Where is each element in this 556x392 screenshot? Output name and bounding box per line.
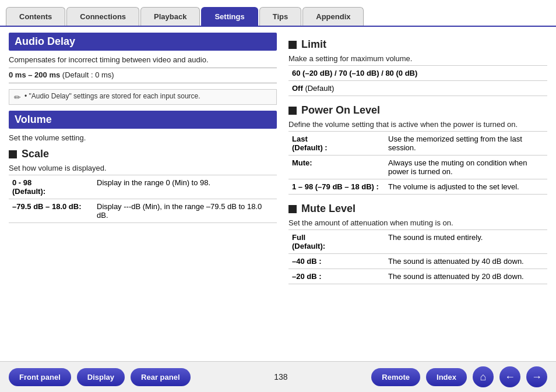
limit-values: 60 (–20 dB) / 70 (–10 dB) / 80 (0 dB) <box>288 66 547 81</box>
volume-header: Volume <box>9 111 277 129</box>
table-row: –40 dB : The sound is attenuated by 40 d… <box>288 254 547 269</box>
pol-row1-label: Last (Default) : <box>288 132 385 156</box>
power-on-table: Last (Default) : Use the memorized setti… <box>288 131 547 195</box>
table-row: Off (Default) <box>288 81 547 96</box>
display-button[interactable]: Display <box>77 368 125 386</box>
mute-level-desc: Set the amount of attenuation when mutin… <box>288 218 547 227</box>
black-square-icon <box>288 41 297 49</box>
index-button[interactable]: Index <box>426 368 467 386</box>
power-on-level-desc: Define the volume setting that is active… <box>288 120 547 129</box>
top-nav: Contents Connections Playback Settings T… <box>0 0 556 27</box>
audio-delay-header: Audio Delay <box>9 33 277 51</box>
scale-title: Scale <box>9 148 277 160</box>
audio-delay-note-text: • "Audio Delay" settings are stored for … <box>24 92 200 100</box>
back-button[interactable]: ← <box>499 366 520 387</box>
back-icon: ← <box>505 371 515 383</box>
mute-level-table: Full (Default): The sound is muted entir… <box>288 229 547 284</box>
table-row: 1 – 98 (–79 dB – 18 dB) : The volume is … <box>288 179 547 195</box>
scale-table: 0 - 98 (Default): Display in the range 0… <box>9 175 277 223</box>
limit-table: 60 (–20 dB) / 70 (–10 dB) / 80 (0 dB) Of… <box>288 65 547 96</box>
limit-off: Off (Default) <box>288 81 547 96</box>
tab-appendix[interactable]: Appendix <box>302 7 364 26</box>
scale-row2-value: Display ---dB (Min), in the range –79.5 … <box>93 199 277 223</box>
table-row: Full (Default): The sound is muted entir… <box>288 230 547 254</box>
remote-button[interactable]: Remote <box>371 368 420 386</box>
footer: Front panel Display Rear panel 138 Remot… <box>0 361 556 392</box>
scale-row1-value: Display in the range 0 (Min) to 98. <box>93 175 277 199</box>
black-square-icon <box>288 107 297 115</box>
table-row: 0 - 98 (Default): Display in the range 0… <box>9 175 277 199</box>
scale-row1-label: 0 - 98 (Default): <box>9 175 93 199</box>
ml-row1-value: The sound is muted entirely. <box>385 230 547 254</box>
tab-connections[interactable]: Connections <box>66 7 139 26</box>
tab-settings[interactable]: Settings <box>201 7 258 27</box>
pol-row2-label: Mute: <box>288 156 385 179</box>
page-number: 138 <box>196 372 366 382</box>
pol-row2-value: Always use the muting on condition when … <box>385 156 547 179</box>
audio-delay-range-label: 0 ms – 200 ms <box>9 70 60 79</box>
rear-panel-button[interactable]: Rear panel <box>131 368 190 386</box>
left-column: Audio Delay Compensates for incorrect ti… <box>9 33 277 284</box>
ml-row2-label: –40 dB : <box>288 254 385 269</box>
tab-tips[interactable]: Tips <box>259 7 302 26</box>
pol-row3-label: 1 – 98 (–79 dB – 18 dB) : <box>288 179 385 195</box>
table-row: Last (Default) : Use the memorized setti… <box>288 132 547 156</box>
table-row: –20 dB : The sound is attenuated by 20 d… <box>288 269 547 284</box>
black-square-icon <box>9 150 17 158</box>
pol-row1-value: Use the memorized setting from the last … <box>385 132 547 156</box>
table-row: –79.5 dB – 18.0 dB: Display ---dB (Min),… <box>9 199 277 223</box>
limit-title: Limit <box>288 38 547 51</box>
audio-delay-note: ✏ • "Audio Delay" settings are stored fo… <box>9 89 277 105</box>
ml-row3-value: The sound is attenuated by 20 dB down. <box>385 269 547 284</box>
audio-delay-desc: Compensates for incorrect timing between… <box>9 55 277 64</box>
volume-desc: Set the volume setting. <box>9 133 277 142</box>
front-panel-button[interactable]: Front panel <box>9 368 71 386</box>
ml-row1-label: Full (Default): <box>288 230 385 254</box>
table-row: 60 (–20 dB) / 70 (–10 dB) / 80 (0 dB) <box>288 66 547 81</box>
audio-delay-range-suffix-text: (Default : 0 ms) <box>62 70 114 79</box>
right-column: Limit Make a setting for maximum volume.… <box>288 33 547 284</box>
limit-desc: Make a setting for maximum volume. <box>288 54 547 63</box>
tab-contents[interactable]: Contents <box>6 7 65 26</box>
forward-icon: → <box>532 371 542 383</box>
home-button[interactable]: ⌂ <box>473 366 494 387</box>
tab-playback[interactable]: Playback <box>140 7 200 26</box>
power-on-level-title: Power On Level <box>288 104 547 116</box>
main-content: Audio Delay Compensates for incorrect ti… <box>0 27 556 290</box>
mute-level-title: Mute Level <box>288 203 547 215</box>
pencil-icon: ✏ <box>14 93 21 102</box>
black-square-icon <box>288 205 297 213</box>
ml-row3-label: –20 dB : <box>288 269 385 284</box>
table-row: Mute: Always use the muting on condition… <box>288 156 547 179</box>
audio-delay-range: 0 ms – 200 ms (Default : 0 ms) <box>9 70 277 79</box>
scale-row2-label: –79.5 dB – 18.0 dB: <box>9 199 93 223</box>
ml-row2-value: The sound is attenuated by 40 dB down. <box>385 254 547 269</box>
pol-row3-value: The volume is adjusted to the set level. <box>385 179 547 195</box>
scale-desc: Set how volume is displayed. <box>9 164 277 172</box>
forward-button[interactable]: → <box>526 366 547 387</box>
home-icon: ⌂ <box>480 371 487 383</box>
